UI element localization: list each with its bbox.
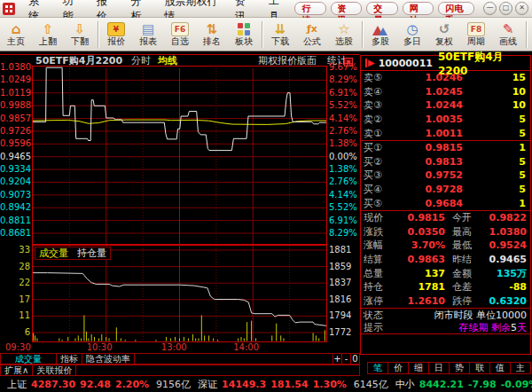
- ask-row[interactable]: 卖①1.00115: [361, 126, 530, 140]
- multi-stock-icon: [372, 21, 388, 36]
- percent-axis-label: 4.14%: [329, 191, 359, 200]
- index-value: 181.54: [270, 379, 308, 390]
- bid-row[interactable]: 买①0.98151: [361, 141, 530, 155]
- hint-row: 提示 存续期 剩余5天: [361, 321, 530, 333]
- intraday-svg: [0, 66, 360, 245]
- mini-tab-值[interactable]: 值: [490, 362, 511, 374]
- bid-row[interactable]: 买②0.98135: [361, 155, 530, 169]
- volume-axis-label: 33: [0, 246, 30, 255]
- pane-tab-成交量[interactable]: 成交量: [0, 353, 57, 365]
- toolbar-button-自选[interactable]: F6自选: [164, 20, 196, 50]
- bid-row[interactable]: 买④0.97285: [361, 183, 530, 197]
- percent-axis-label: 8.29%: [329, 75, 359, 84]
- level-price: 1.0244: [390, 99, 463, 111]
- bid-levels: 买①0.98151买②0.98135买③0.97525买④0.97285买⑤0.…: [361, 141, 530, 210]
- volume-chart[interactable]: 33188128185922183717181611179461772成交量持仓…: [0, 245, 360, 342]
- mini-tab-价[interactable]: 价: [388, 362, 409, 374]
- toolbar-button-报表[interactable]: ▤报表: [132, 20, 164, 50]
- index-name[interactable]: 上证: [7, 378, 27, 391]
- toolbar-separator: [98, 21, 98, 48]
- mini-tab-势[interactable]: 势: [450, 362, 470, 374]
- percent-axis-label: 5.52%: [329, 101, 359, 110]
- quick-button-交易[interactable]: 交 易: [366, 2, 397, 15]
- ask-levels: 卖⑤1.024615卖④1.024510卖③1.024410卖②1.00355卖…: [361, 71, 530, 140]
- price-axis-label: 0.8942: [0, 203, 30, 212]
- toolbar-button-下翻[interactable]: ⇩下翻: [64, 20, 96, 50]
- mini-tab-笔[interactable]: 笔: [367, 362, 388, 374]
- price-axis-label: 0.9334: [0, 165, 30, 174]
- secondary-tab-关联报价[interactable]: 关联报价: [33, 365, 76, 376]
- level-label: 买①: [364, 141, 390, 154]
- mini-tab-日[interactable]: 日: [429, 362, 450, 374]
- zoom-button-0[interactable]: 0: [351, 353, 360, 365]
- toolbar-button-多股[interactable]: 多股: [364, 20, 396, 50]
- toolbar-button-复权[interactable]: ↺复权: [428, 20, 460, 50]
- info-label: 昨结: [452, 253, 481, 266]
- toolbar-button-画线[interactable]: ✎画线: [492, 20, 524, 50]
- toolbar-button-选股[interactable]: ☆选股: [328, 20, 360, 50]
- quick-button-行情[interactable]: 行 情: [294, 2, 325, 15]
- index-name[interactable]: 深证: [198, 378, 217, 391]
- percent-axis-label: 9.67%: [329, 63, 359, 72]
- app-logo-icon: [3, 3, 15, 15]
- info-label: 最低: [452, 239, 481, 252]
- quick-button-网站[interactable]: 网 站: [403, 2, 434, 15]
- index-value: -0.09%: [501, 379, 532, 390]
- info-value: -88: [481, 281, 527, 293]
- price-axis-label: 0.8681: [0, 229, 30, 238]
- tab-filler: [76, 365, 360, 376]
- maximize-button[interactable]: □: [499, 2, 512, 15]
- info-value: 137: [392, 268, 445, 279]
- toolbar-button-买入[interactable]: 买买入: [528, 20, 532, 50]
- ask-row[interactable]: 卖④1.024510: [361, 85, 530, 99]
- mini-tab-细[interactable]: 细: [409, 362, 429, 374]
- hint-text: 5: [511, 322, 517, 333]
- pane-tab-隐含波动率[interactable]: 隐含波动率: [82, 353, 135, 365]
- ranking-icon: ⇅: [207, 21, 218, 36]
- period-icon: F8: [467, 21, 485, 36]
- toolbar-button-周期[interactable]: F8周期: [460, 20, 492, 50]
- level-label: 卖⑤: [364, 71, 390, 84]
- ask-row[interactable]: 卖⑤1.024615: [361, 71, 530, 85]
- status-row: 状态 闭市时段 单位10000: [361, 309, 530, 321]
- toolbar-button-下载[interactable]: ⇊下载: [264, 20, 296, 50]
- secondary-tab-扩展∧[interactable]: 扩展∧: [0, 365, 33, 376]
- intraday-chart[interactable]: 1.03809.67%1.02498.29%1.01196.91%0.99885…: [0, 66, 360, 245]
- time-axis: 09:3010:3013:0014:00: [0, 342, 360, 353]
- zoom-button-+[interactable]: +: [333, 353, 342, 365]
- bid-row[interactable]: 买③0.97525: [361, 169, 530, 183]
- index-name[interactable]: 中小: [395, 378, 415, 391]
- sectors-icon: [238, 21, 250, 36]
- bid-row[interactable]: 买⑤0.96841: [361, 196, 530, 210]
- quick-button-闪电手[interactable]: 闪电手: [438, 2, 474, 15]
- toolbar-button-报价[interactable]: ¥报价: [100, 20, 132, 50]
- close-button[interactable]: ✕: [515, 2, 528, 15]
- toolbar-button-公式[interactable]: ƒx公式: [296, 20, 328, 50]
- pane-tab-指标[interactable]: 指标: [57, 353, 82, 365]
- hint-text: 天: [517, 322, 527, 333]
- secondary-tabs: 扩展∧关联报价: [0, 365, 360, 376]
- toolbar-button-上翻[interactable]: ⇧上翻: [32, 20, 64, 50]
- toolbar-button-排名[interactable]: ⇅排名: [196, 20, 228, 50]
- favorites-icon: F6: [171, 21, 189, 36]
- info-value: 3.70%: [392, 239, 445, 251]
- index-value: -7.98: [468, 379, 497, 390]
- quick-button-资讯[interactable]: 资 讯: [331, 2, 362, 15]
- info-label: 涨停: [364, 294, 392, 308]
- percent-axis-label: 4.14%: [329, 114, 359, 123]
- price-axis-label: 0.9073: [0, 191, 30, 200]
- sectors-icon: [238, 23, 250, 35]
- info-row: 涨停1.2610跌停0.6320: [361, 294, 530, 309]
- index-value: 1.30%: [313, 379, 347, 390]
- mini-tab-主[interactable]: 主: [511, 362, 531, 374]
- zoom-button--[interactable]: -: [342, 353, 351, 365]
- toolbar-button-板块[interactable]: 板块: [228, 20, 260, 50]
- toolbar-button-多日[interactable]: ◷多日: [396, 20, 428, 50]
- ask-row[interactable]: 卖③1.024410: [361, 98, 530, 113]
- minimize-button[interactable]: —: [483, 2, 497, 15]
- mini-tab-联[interactable]: 联: [470, 362, 490, 374]
- level-qty: 5: [463, 128, 526, 139]
- ask-row[interactable]: 卖②1.00355: [361, 113, 530, 127]
- info-value: 1.0380: [481, 226, 527, 238]
- toolbar-button-主页[interactable]: ⌂主页: [0, 20, 32, 50]
